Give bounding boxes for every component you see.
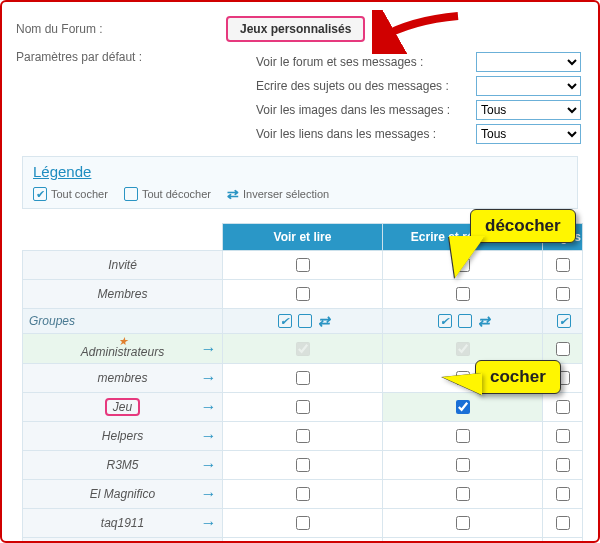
perm-checkbox[interactable] [296,342,310,356]
col-check-all-icon[interactable]: ✔ [438,314,452,328]
legend-invert: Inverser sélection [243,188,329,200]
perm-checkbox[interactable] [556,516,570,530]
callout-decocher: décocher [470,209,576,243]
perm-checkbox[interactable] [456,458,470,472]
legend-title: Légende [33,163,567,180]
perm-checkbox[interactable] [556,458,570,472]
arrow-right-icon[interactable]: → [200,340,216,358]
perm-checkbox[interactable] [296,400,310,414]
row-name: membres → [23,364,223,393]
perm-checkbox[interactable] [296,429,310,443]
select-links[interactable]: Tous [476,124,581,144]
label-forum-name: Nom du Forum : [16,22,226,36]
perm-checkbox[interactable] [456,400,470,414]
select-view-forum[interactable] [476,52,581,72]
perm-checkbox[interactable] [556,258,570,272]
col-check-all-icon[interactable]: ✔ [278,314,292,328]
legend-box: Légende ✔ Tout cocher Tout décocher ⇄ In… [22,156,578,209]
param-label-write: Ecrire des sujets ou des messages : [256,79,476,93]
arrow-right-icon[interactable]: → [200,369,216,387]
arrow-right-icon[interactable]: → [200,514,216,532]
annotation-arrow-icon [372,10,462,54]
perm-checkbox[interactable] [556,429,570,443]
legend-uncheck-all: Tout décocher [142,188,211,200]
param-label-links: Voir les liens dans les messages : [256,127,476,141]
col-invert-icon[interactable]: ⇄ [318,313,330,329]
label-defaults: Paramètres par défaut : [16,50,226,64]
select-images[interactable]: Tous [476,100,581,120]
col-uncheck-all-icon[interactable] [458,314,472,328]
uncheck-all-icon[interactable] [124,187,138,201]
row-name: Invité [23,251,223,280]
col-invert-icon[interactable]: ⇄ [478,313,490,329]
perm-checkbox[interactable] [296,371,310,385]
perm-checkbox[interactable] [296,516,310,530]
callout-cocher: cocher [475,360,561,394]
perm-checkbox[interactable] [296,258,310,272]
perm-checkbox[interactable] [296,487,310,501]
perm-checkbox[interactable] [456,516,470,530]
legend-check-all: Tout cocher [51,188,108,200]
param-label-images: Voir les images dans les messages : [256,103,476,117]
row-name: taq1911 → [23,509,223,538]
forum-name-value: Jeux personnalisés [226,16,365,42]
row-name: Jeu → [23,393,223,422]
select-write[interactable] [476,76,581,96]
arrow-right-icon[interactable]: → [200,427,216,445]
perm-checkbox[interactable] [456,487,470,501]
perm-checkbox[interactable] [456,287,470,301]
arrow-right-icon[interactable]: → [200,398,216,416]
perm-checkbox[interactable] [556,287,570,301]
row-name: El Magnifico → [23,480,223,509]
arrow-right-icon[interactable]: → [200,485,216,503]
perm-checkbox[interactable] [456,429,470,443]
invert-icon[interactable]: ⇄ [227,186,239,202]
perm-checkbox[interactable] [556,342,570,356]
perm-checkbox[interactable] [456,342,470,356]
row-name: Membres [23,280,223,309]
col-uncheck-all-icon[interactable] [298,314,312,328]
perm-checkbox[interactable] [556,400,570,414]
param-label-view-forum: Voir le forum et ses messages : [256,55,476,69]
row-name: ★Administrateurs → [23,334,223,364]
row-name: Helpers → [23,422,223,451]
perm-checkbox[interactable] [296,458,310,472]
row-name: Brit06 → [23,538,223,544]
row-name: R3M5 → [23,451,223,480]
section-groupes: Groupes [23,309,223,334]
perm-checkbox[interactable] [556,487,570,501]
arrow-right-icon[interactable]: → [200,456,216,474]
col-check-all-icon[interactable]: ✔ [557,314,571,328]
th-voir: Voir et lire [223,224,383,251]
check-all-icon[interactable]: ✔ [33,187,47,201]
perm-checkbox[interactable] [296,287,310,301]
